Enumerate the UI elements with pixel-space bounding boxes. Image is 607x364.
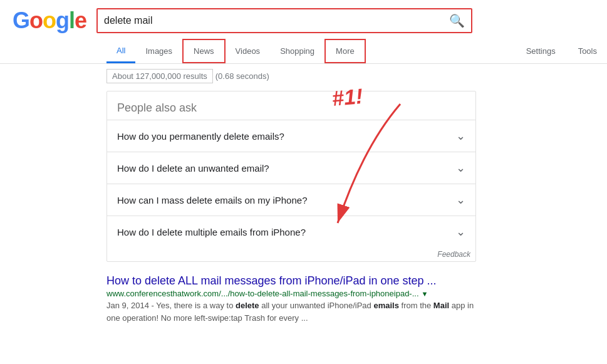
nav-tabs: All Images News Videos Shopping More Set… bbox=[0, 34, 607, 64]
result-snippet: Jan 9, 2014 - Yes, there is a way to del… bbox=[106, 299, 476, 324]
search-bar: 🔍 bbox=[96, 8, 472, 33]
paa-question-4: How do I delete multiple emails from iPh… bbox=[117, 227, 306, 237]
chevron-down-icon-4: ⌄ bbox=[456, 225, 465, 239]
chevron-down-icon-2: ⌄ bbox=[456, 161, 465, 175]
header: Google 🔍 bbox=[0, 0, 607, 34]
paa-question-2: How do I delete an unwanted email? bbox=[117, 163, 269, 174]
tab-news[interactable]: News bbox=[182, 39, 226, 63]
paa-item-3[interactable]: How can I mass delete emails on my iPhon… bbox=[107, 184, 475, 216]
google-logo[interactable]: Google bbox=[13, 8, 86, 34]
nav-right: Settings Tools bbox=[516, 40, 607, 62]
tab-shopping[interactable]: Shopping bbox=[270, 40, 324, 62]
tab-tools[interactable]: Tools bbox=[568, 40, 607, 62]
paa-item-2[interactable]: How do I delete an unwanted email? ⌄ bbox=[107, 152, 475, 184]
people-also-ask-box: People also ask How do you permanently d… bbox=[106, 91, 476, 262]
paa-item-4[interactable]: How do I delete multiple emails from iPh… bbox=[107, 216, 475, 247]
search-input[interactable] bbox=[104, 15, 444, 26]
results-time: (0.68 seconds) bbox=[215, 71, 269, 81]
results-count: About 127,000,000 results bbox=[106, 69, 213, 83]
result-title[interactable]: How to delete ALL mail messages from iPh… bbox=[106, 274, 476, 288]
tab-all[interactable]: All bbox=[106, 39, 135, 63]
tab-more[interactable]: More bbox=[324, 39, 366, 63]
result-dropdown-icon[interactable]: ▼ bbox=[422, 290, 428, 298]
paa-title: People also ask bbox=[107, 91, 475, 120]
tab-videos[interactable]: Videos bbox=[226, 40, 271, 62]
result-url-line: www.conferencesthatwork.com/.../how-to-d… bbox=[106, 289, 476, 298]
chevron-down-icon-3: ⌄ bbox=[456, 193, 465, 207]
tab-settings[interactable]: Settings bbox=[516, 40, 566, 62]
tab-images[interactable]: Images bbox=[135, 40, 182, 62]
snippet-text: - Yes, there is a way to delete all your… bbox=[106, 301, 474, 323]
feedback-link[interactable]: Feedback bbox=[107, 247, 475, 261]
paa-question-3: How can I mass delete emails on my iPhon… bbox=[117, 195, 307, 205]
chevron-down-icon-1: ⌄ bbox=[456, 129, 465, 143]
snippet-date: Jan 9, 2014 bbox=[106, 301, 149, 310]
paa-question-1: How do you permanently delete emails? bbox=[117, 131, 284, 142]
paa-item-1[interactable]: How do you permanently delete emails? ⌄ bbox=[107, 120, 475, 152]
search-icon[interactable]: 🔍 bbox=[449, 13, 465, 28]
main-content: People also ask How do you permanently d… bbox=[0, 88, 476, 324]
results-count-bar: About 127,000,000 results(0.68 seconds) bbox=[0, 64, 607, 88]
result-url: www.conferencesthatwork.com/.../how-to-d… bbox=[106, 289, 419, 298]
search-result-1: How to delete ALL mail messages from iPh… bbox=[106, 272, 476, 324]
